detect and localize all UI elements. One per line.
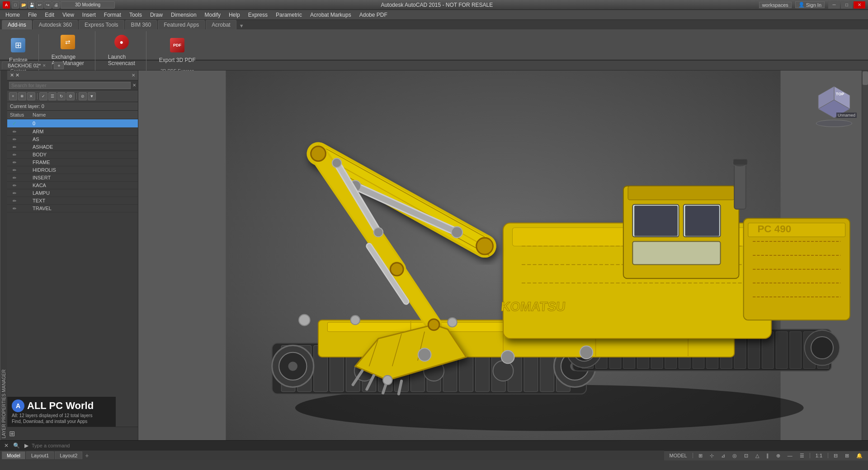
refresh-btn[interactable]: ↻ <box>57 92 66 100</box>
redo-btn[interactable]: ↪ <box>44 1 52 9</box>
menu-acrobat-markups[interactable]: Acrobat Markups <box>307 11 355 19</box>
menu-format[interactable]: Format <box>100 11 125 19</box>
otrack-toggle[interactable]: △ <box>754 453 761 459</box>
menu-home[interactable]: Home <box>2 11 24 19</box>
menu-insert[interactable]: Insert <box>79 11 99 19</box>
workspaces-btn[interactable]: workspaces <box>759 2 792 8</box>
snap-toggle[interactable]: ⊹ <box>708 453 716 459</box>
pdf-icon-shape: PDF <box>170 38 184 52</box>
tab-acrobat[interactable]: Acrobat <box>206 20 236 29</box>
menu-tools[interactable]: Tools <box>126 11 146 19</box>
new-btn[interactable]: □ <box>12 1 19 9</box>
layer-row-arm[interactable]: ✏ ARM <box>7 128 138 136</box>
compass-ring[interactable] <box>816 120 852 127</box>
command-input[interactable] <box>32 443 865 448</box>
drawing-tab-close[interactable]: ✕ <box>42 63 46 68</box>
layer-search-bar: ✕ <box>7 80 138 90</box>
new-layer-freeze-btn[interactable]: ❄ <box>18 92 26 100</box>
excavator-model: KOMATSU PC 490 <box>138 70 868 440</box>
titlebar-left: A □ 📂 💾 ↩ ↪ 🖨 3D Modeling <box>3 1 115 9</box>
ortho-toggle[interactable]: ⊿ <box>719 453 727 459</box>
layer-row-0[interactable]: ✓ 0 <box>7 119 138 128</box>
notifications-btn[interactable]: 🔔 <box>854 453 864 459</box>
toolbar-sep-2 <box>76 93 77 99</box>
menu-draw[interactable]: Draw <box>146 11 166 19</box>
command-search-btn[interactable]: 🔍 <box>12 442 21 449</box>
layer-states-btn[interactable]: ☰ <box>48 92 57 100</box>
close-btn[interactable]: ✕ <box>854 1 865 9</box>
drawing-tab-backhoe[interactable]: BACKHOE 02* ✕ <box>2 61 52 69</box>
osnap-toggle[interactable]: ⊡ <box>742 453 750 459</box>
layout1-tab[interactable]: Layout1 <box>26 451 54 459</box>
menu-view[interactable]: View <box>59 11 78 19</box>
layer-panel-expand[interactable]: ⊞ <box>7 427 138 440</box>
lw-toggle[interactable]: — <box>786 453 794 458</box>
layer-search-clear[interactable]: ✕ <box>132 83 136 88</box>
ducs-toggle[interactable]: ∥ <box>764 453 771 459</box>
view-cube[interactable]: TOP Unnamed <box>814 84 854 125</box>
model-space-label[interactable]: MODEL <box>668 453 689 458</box>
launch-screencast-button[interactable]: ● LaunchScreencast <box>103 31 141 70</box>
annotation-scale[interactable]: 1:1 <box>814 453 824 458</box>
undo-btn[interactable]: ↩ <box>36 1 43 9</box>
polar-toggle[interactable]: ◎ <box>731 453 739 459</box>
layer-row-as[interactable]: ✏ AS <box>7 136 138 143</box>
menu-parametric[interactable]: Parametric <box>272 11 306 19</box>
layer-row-ashade[interactable]: ✏ ASHADE <box>7 143 138 151</box>
tmodel-toggle[interactable]: ☰ <box>798 453 806 459</box>
layer-settings-btn[interactable]: ⚙ <box>66 92 75 100</box>
scrollbar-thumb[interactable] <box>863 71 868 85</box>
delete-layer-btn[interactable]: ✕ <box>27 92 35 100</box>
plot-btn[interactable]: 🖨 <box>52 1 60 9</box>
menu-modify[interactable]: Modify <box>201 11 224 19</box>
ribbon-overflow[interactable]: ▼ <box>237 22 246 29</box>
model-tab[interactable]: Model <box>2 451 25 459</box>
layer-panel-close[interactable]: ✕ <box>132 73 135 78</box>
layer-row-text[interactable]: ✏ TEXT <box>7 197 138 205</box>
invert-filter-btn[interactable]: ⊘ <box>79 92 87 100</box>
3d-viewport[interactable]: KOMATSU PC 490 <box>138 70 868 440</box>
menu-dimension[interactable]: Dimension <box>167 11 200 19</box>
pdf-label: Export 3D PDF <box>156 55 198 65</box>
tab-autodesk360[interactable]: Autodesk 360 <box>33 20 78 29</box>
workspace-visibility[interactable]: ⊞ <box>843 453 851 459</box>
menu-help[interactable]: Help <box>225 11 244 19</box>
grid-toggle[interactable]: ⊞ <box>697 453 704 459</box>
save-btn[interactable]: 💾 <box>28 1 35 9</box>
layer-row-hidrolis[interactable]: ✏ HIDROLIS <box>7 166 138 174</box>
sign-in-btn[interactable]: 👤 Sign In <box>795 1 825 8</box>
tab-featured-apps[interactable]: Featured Apps <box>158 20 205 29</box>
new-layer-btn[interactable]: + <box>9 92 17 100</box>
layer-row-body[interactable]: ✏ BODY <box>7 151 138 159</box>
layer-row-frame[interactable]: ✏ FRAME <box>7 159 138 166</box>
workspace-dropdown[interactable]: 3D Modeling <box>61 1 115 9</box>
export-3dpdf-button[interactable]: PDF Export 3D PDF <box>154 34 201 67</box>
exchange-app-button[interactable]: ⇄ ExchangeApp Manager <box>46 31 90 70</box>
viewport-scale[interactable]: ⊟ <box>832 453 840 459</box>
layer-properties-manager-label[interactable]: LAYER PROPERTIES MANAGER <box>0 70 7 440</box>
layer-filter-btn[interactable]: ▼ <box>88 92 96 100</box>
dyn-toggle[interactable]: ⊕ <box>774 453 782 459</box>
maximize-btn[interactable]: □ <box>841 1 853 9</box>
menu-edit[interactable]: Edit <box>41 11 58 19</box>
layer-row-kaca[interactable]: ✏ KACA <box>7 182 138 189</box>
set-current-btn[interactable]: ✓ <box>39 92 47 100</box>
layer-row-insert[interactable]: ✏ INSERT <box>7 174 138 182</box>
tab-bim360[interactable]: BIM 360 <box>125 20 157 29</box>
minimize-btn[interactable]: ─ <box>828 1 840 9</box>
menu-adobe-pdf[interactable]: Adobe PDF <box>356 11 391 19</box>
menu-file[interactable]: File <box>24 11 40 19</box>
command-close-btn[interactable]: ✕ <box>3 442 10 449</box>
layer-row-lampu[interactable]: ✏ LAMPU <box>7 189 138 197</box>
layer-row-travel[interactable]: ✏ TRAVEL <box>7 205 138 212</box>
open-btn[interactable]: 📂 <box>20 1 27 9</box>
layout2-tab[interactable]: Layout2 <box>55 451 82 459</box>
viewport-scrollbar-vertical[interactable] <box>862 70 868 440</box>
tab-add-ins[interactable]: Add-ins <box>2 20 32 29</box>
command-arrow-btn[interactable]: ▶ <box>23 442 30 449</box>
layer-search-input[interactable] <box>9 82 131 89</box>
tab-express-tools[interactable]: Express Tools <box>79 20 124 29</box>
new-drawing-tab-btn[interactable]: + <box>54 62 64 69</box>
add-layout-btn[interactable]: + <box>83 452 90 459</box>
menu-express[interactable]: Express <box>245 11 271 19</box>
